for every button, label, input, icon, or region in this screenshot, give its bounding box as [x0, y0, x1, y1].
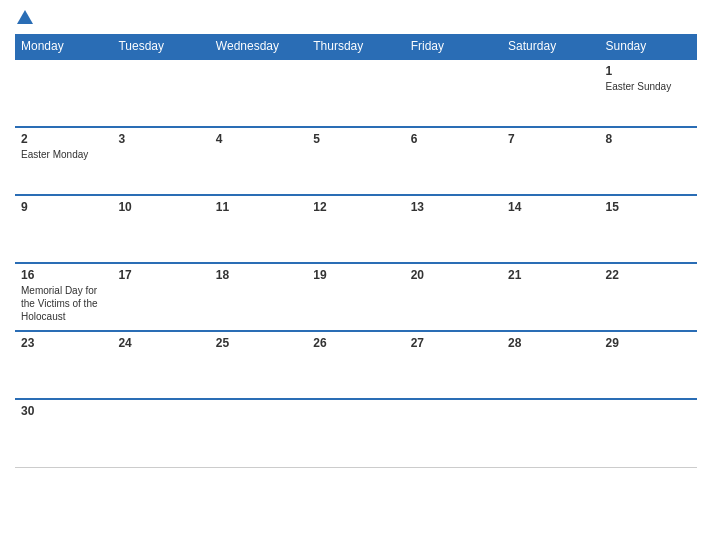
calendar-cell: 28 [502, 331, 599, 399]
calendar-cell: 23 [15, 331, 112, 399]
calendar-cell: 6 [405, 127, 502, 195]
day-number: 15 [606, 200, 691, 214]
col-header-friday: Friday [405, 34, 502, 59]
col-header-thursday: Thursday [307, 34, 404, 59]
calendar-cell: 26 [307, 331, 404, 399]
calendar-week-row: 23242526272829 [15, 331, 697, 399]
day-number: 21 [508, 268, 593, 282]
calendar-cell [210, 399, 307, 467]
calendar-week-row: 9101112131415 [15, 195, 697, 263]
calendar-cell: 30 [15, 399, 112, 467]
calendar-cell [502, 399, 599, 467]
calendar-cell [15, 59, 112, 127]
day-number: 29 [606, 336, 691, 350]
day-number: 6 [411, 132, 496, 146]
logo-triangle-icon [17, 10, 33, 24]
day-number: 30 [21, 404, 106, 418]
col-header-monday: Monday [15, 34, 112, 59]
calendar-cell: 17 [112, 263, 209, 331]
day-number: 1 [606, 64, 691, 78]
day-number: 19 [313, 268, 398, 282]
calendar-cell: 3 [112, 127, 209, 195]
calendar-cell: 8 [600, 127, 697, 195]
day-number: 23 [21, 336, 106, 350]
calendar-cell [600, 399, 697, 467]
calendar-cell: 27 [405, 331, 502, 399]
day-number: 3 [118, 132, 203, 146]
calendar-week-row: 30 [15, 399, 697, 467]
day-number: 11 [216, 200, 301, 214]
day-event: Easter Sunday [606, 81, 672, 92]
calendar-cell: 1Easter Sunday [600, 59, 697, 127]
day-number: 26 [313, 336, 398, 350]
header [15, 10, 697, 24]
calendar-cell: 22 [600, 263, 697, 331]
calendar-cell: 4 [210, 127, 307, 195]
calendar-cell [405, 399, 502, 467]
calendar-cell: 18 [210, 263, 307, 331]
calendar-cell: 7 [502, 127, 599, 195]
day-number: 16 [21, 268, 106, 282]
day-number: 12 [313, 200, 398, 214]
calendar-cell: 15 [600, 195, 697, 263]
day-number: 18 [216, 268, 301, 282]
calendar-cell [112, 399, 209, 467]
day-event: Memorial Day for the Victims of the Holo… [21, 285, 98, 322]
day-number: 7 [508, 132, 593, 146]
day-number: 22 [606, 268, 691, 282]
col-header-saturday: Saturday [502, 34, 599, 59]
calendar-cell: 21 [502, 263, 599, 331]
calendar-cell: 24 [112, 331, 209, 399]
day-number: 8 [606, 132, 691, 146]
calendar-cell: 19 [307, 263, 404, 331]
calendar-cell [405, 59, 502, 127]
day-number: 24 [118, 336, 203, 350]
col-header-tuesday: Tuesday [112, 34, 209, 59]
day-number: 9 [21, 200, 106, 214]
col-header-wednesday: Wednesday [210, 34, 307, 59]
calendar-cell: 29 [600, 331, 697, 399]
calendar-week-row: 1Easter Sunday [15, 59, 697, 127]
calendar-cell: 20 [405, 263, 502, 331]
calendar-cell [307, 59, 404, 127]
calendar-cell: 10 [112, 195, 209, 263]
logo [15, 10, 35, 24]
day-number: 2 [21, 132, 106, 146]
calendar-cell: 11 [210, 195, 307, 263]
calendar-cell [502, 59, 599, 127]
calendar-cell: 16Memorial Day for the Victims of the Ho… [15, 263, 112, 331]
day-number: 13 [411, 200, 496, 214]
calendar-week-row: 2Easter Monday345678 [15, 127, 697, 195]
day-number: 17 [118, 268, 203, 282]
day-number: 25 [216, 336, 301, 350]
col-header-sunday: Sunday [600, 34, 697, 59]
calendar-cell: 2Easter Monday [15, 127, 112, 195]
day-number: 4 [216, 132, 301, 146]
calendar-table: MondayTuesdayWednesdayThursdayFridaySatu… [15, 34, 697, 468]
calendar-cell [307, 399, 404, 467]
day-number: 14 [508, 200, 593, 214]
day-number: 10 [118, 200, 203, 214]
calendar-cell [112, 59, 209, 127]
calendar-cell [210, 59, 307, 127]
calendar-page: MondayTuesdayWednesdayThursdayFridaySatu… [0, 0, 712, 550]
day-event: Easter Monday [21, 149, 88, 160]
calendar-cell: 14 [502, 195, 599, 263]
day-number: 20 [411, 268, 496, 282]
day-number: 27 [411, 336, 496, 350]
calendar-cell: 12 [307, 195, 404, 263]
calendar-cell: 25 [210, 331, 307, 399]
calendar-week-row: 16Memorial Day for the Victims of the Ho… [15, 263, 697, 331]
calendar-cell: 13 [405, 195, 502, 263]
day-number: 5 [313, 132, 398, 146]
calendar-cell: 5 [307, 127, 404, 195]
calendar-cell: 9 [15, 195, 112, 263]
calendar-header-row: MondayTuesdayWednesdayThursdayFridaySatu… [15, 34, 697, 59]
day-number: 28 [508, 336, 593, 350]
